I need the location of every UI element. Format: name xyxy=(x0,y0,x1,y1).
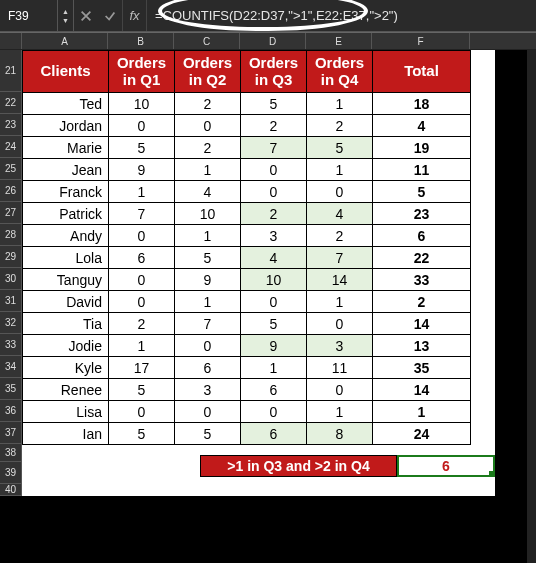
summary-value-cell[interactable]: 6 xyxy=(397,455,495,477)
order-cell[interactable]: 0 xyxy=(241,181,307,203)
order-cell[interactable]: 7 xyxy=(241,137,307,159)
total-cell[interactable]: 14 xyxy=(373,379,471,401)
order-cell[interactable]: 0 xyxy=(241,291,307,313)
order-cell[interactable]: 2 xyxy=(307,225,373,247)
row-header-28[interactable]: 28 xyxy=(0,224,22,246)
row-header-25[interactable]: 25 xyxy=(0,158,22,180)
order-cell[interactable]: 0 xyxy=(109,225,175,247)
order-cell[interactable]: 0 xyxy=(307,181,373,203)
row-header-38[interactable]: 38 xyxy=(0,444,22,462)
row-header-22[interactable]: 22 xyxy=(0,92,22,114)
order-cell[interactable]: 3 xyxy=(307,335,373,357)
order-cell[interactable]: 11 xyxy=(307,357,373,379)
order-cell[interactable]: 5 xyxy=(307,137,373,159)
order-cell[interactable]: 5 xyxy=(175,423,241,445)
order-cell[interactable]: 6 xyxy=(241,379,307,401)
order-cell[interactable]: 9 xyxy=(241,335,307,357)
order-cell[interactable]: 0 xyxy=(175,335,241,357)
name-box[interactable]: F39 xyxy=(0,0,58,31)
table-header[interactable]: Ordersin Q4 xyxy=(307,51,373,93)
order-cell[interactable]: 5 xyxy=(241,93,307,115)
order-cell[interactable]: 1 xyxy=(175,159,241,181)
table-header[interactable]: Ordersin Q2 xyxy=(175,51,241,93)
row-header-31[interactable]: 31 xyxy=(0,290,22,312)
formula-input[interactable]: =COUNTIFS(D22:D37,">1",E22:E37,">2") xyxy=(146,0,486,31)
order-cell[interactable]: 10 xyxy=(109,93,175,115)
order-cell[interactable]: 0 xyxy=(241,401,307,423)
total-cell[interactable]: 2 xyxy=(373,291,471,313)
order-cell[interactable]: 0 xyxy=(175,115,241,137)
order-cell[interactable]: 2 xyxy=(307,115,373,137)
total-cell[interactable]: 23 xyxy=(373,203,471,225)
client-name-cell[interactable]: Tia xyxy=(23,313,109,335)
total-cell[interactable]: 33 xyxy=(373,269,471,291)
order-cell[interactable]: 6 xyxy=(241,423,307,445)
client-name-cell[interactable]: Andy xyxy=(23,225,109,247)
table-header[interactable]: Clients xyxy=(23,51,109,93)
row-header-30[interactable]: 30 xyxy=(0,268,22,290)
client-name-cell[interactable]: Lola xyxy=(23,247,109,269)
column-header-D[interactable]: D xyxy=(240,33,306,49)
order-cell[interactable]: 4 xyxy=(241,247,307,269)
table-header[interactable]: Total xyxy=(373,51,471,93)
column-header-B[interactable]: B xyxy=(108,33,174,49)
total-cell[interactable]: 24 xyxy=(373,423,471,445)
order-cell[interactable]: 2 xyxy=(109,313,175,335)
column-header-E[interactable]: E xyxy=(306,33,372,49)
total-cell[interactable]: 4 xyxy=(373,115,471,137)
order-cell[interactable]: 0 xyxy=(109,115,175,137)
order-cell[interactable]: 4 xyxy=(307,203,373,225)
client-name-cell[interactable]: Renee xyxy=(23,379,109,401)
total-cell[interactable]: 11 xyxy=(373,159,471,181)
order-cell[interactable]: 0 xyxy=(109,401,175,423)
row-header-21[interactable]: 21 xyxy=(0,50,22,92)
vertical-scrollbar[interactable] xyxy=(527,50,536,563)
client-name-cell[interactable]: David xyxy=(23,291,109,313)
order-cell[interactable]: 7 xyxy=(109,203,175,225)
total-cell[interactable]: 13 xyxy=(373,335,471,357)
order-cell[interactable]: 5 xyxy=(109,379,175,401)
table-header[interactable]: Ordersin Q1 xyxy=(109,51,175,93)
order-cell[interactable]: 7 xyxy=(307,247,373,269)
row-header-37[interactable]: 37 xyxy=(0,422,22,444)
order-cell[interactable]: 3 xyxy=(241,225,307,247)
row-header-33[interactable]: 33 xyxy=(0,334,22,356)
order-cell[interactable]: 4 xyxy=(175,181,241,203)
order-cell[interactable]: 1 xyxy=(175,225,241,247)
order-cell[interactable]: 5 xyxy=(109,137,175,159)
confirm-formula-button[interactable] xyxy=(98,0,122,31)
order-cell[interactable]: 9 xyxy=(175,269,241,291)
order-cell[interactable]: 2 xyxy=(241,203,307,225)
client-name-cell[interactable]: Franck xyxy=(23,181,109,203)
order-cell[interactable]: 9 xyxy=(109,159,175,181)
order-cell[interactable]: 5 xyxy=(241,313,307,335)
column-header-C[interactable]: C xyxy=(174,33,240,49)
order-cell[interactable]: 1 xyxy=(109,335,175,357)
order-cell[interactable]: 3 xyxy=(175,379,241,401)
client-name-cell[interactable]: Jodie xyxy=(23,335,109,357)
order-cell[interactable]: 0 xyxy=(175,401,241,423)
total-cell[interactable]: 1 xyxy=(373,401,471,423)
order-cell[interactable]: 0 xyxy=(109,269,175,291)
total-cell[interactable]: 19 xyxy=(373,137,471,159)
client-name-cell[interactable]: Patrick xyxy=(23,203,109,225)
total-cell[interactable]: 6 xyxy=(373,225,471,247)
order-cell[interactable]: 0 xyxy=(307,313,373,335)
order-cell[interactable]: 1 xyxy=(307,291,373,313)
order-cell[interactable]: 5 xyxy=(109,423,175,445)
total-cell[interactable]: 5 xyxy=(373,181,471,203)
column-header-A[interactable]: A xyxy=(22,33,108,49)
order-cell[interactable]: 10 xyxy=(241,269,307,291)
order-cell[interactable]: 0 xyxy=(241,159,307,181)
order-cell[interactable]: 1 xyxy=(307,93,373,115)
order-cell[interactable]: 0 xyxy=(307,379,373,401)
row-header-27[interactable]: 27 xyxy=(0,202,22,224)
row-header-36[interactable]: 36 xyxy=(0,400,22,422)
order-cell[interactable]: 8 xyxy=(307,423,373,445)
total-cell[interactable]: 14 xyxy=(373,313,471,335)
client-name-cell[interactable]: Marie xyxy=(23,137,109,159)
order-cell[interactable]: 0 xyxy=(109,291,175,313)
select-all-corner[interactable] xyxy=(0,33,22,49)
row-header-32[interactable]: 32 xyxy=(0,312,22,334)
cancel-formula-button[interactable] xyxy=(74,0,98,31)
